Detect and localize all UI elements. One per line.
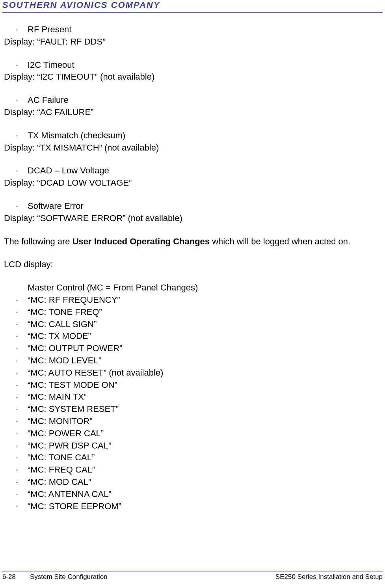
bullet-icon: · (16, 200, 18, 212)
mc-item: ·“MC: POWER CAL” (4, 428, 381, 440)
fault-name-text: Software Error (28, 201, 84, 211)
bullet-icon: · (16, 476, 18, 488)
mc-item-text: “MC: TX MODE” (28, 331, 91, 341)
intro-paragraph: The following are User Induced Operating… (4, 236, 381, 248)
page-header: SOUTHERN AVIONICS COMPANY (2, 0, 383, 13)
mc-item: ·“MC: RF FREQUENCY” (4, 294, 381, 306)
mc-item: ·“MC: OUTPUT POWER” (4, 342, 381, 355)
fault-name: ·TX Mismatch (checksum) (4, 130, 381, 142)
bullet-icon: · (16, 452, 18, 464)
intro-before: The following are (4, 236, 73, 246)
bullet-icon: · (16, 464, 18, 476)
mc-list: ·“MC: RF FREQUENCY”·“MC: TONE FREQ”·“MC:… (4, 294, 381, 512)
fault-block: ·I2C TimeoutDisplay: “I2C TIMEOUT” (not … (4, 59, 381, 84)
bullet-icon: · (16, 59, 18, 71)
mc-item: ·“MC: ANTENNA CAL” (4, 488, 381, 501)
fault-name-text: AC Failure (28, 95, 69, 105)
fault-block: ·RF PresentDisplay: “FAULT: RF DDS” (4, 24, 381, 48)
fault-display: Display: “I2C TIMEOUT” (not available) (4, 71, 381, 83)
fault-name: ·DCAD – Low Voltage (4, 165, 381, 177)
bullet-icon: · (16, 379, 18, 391)
bullet-icon: · (16, 501, 18, 513)
mc-item: ·“MC: MOD CAL” (4, 476, 381, 488)
mc-item: ·“MC: MONITOR” (4, 415, 381, 428)
mc-item-text: “MC: RF FREQUENCY” (28, 295, 120, 305)
section-title: System Site Configuration (30, 573, 108, 581)
fault-display: Display: “DCAD LOW VOLTAGE” (4, 177, 381, 189)
mc-item-text: “MC: MOD CAL” (28, 477, 91, 487)
fault-name: ·Software Error (4, 200, 381, 212)
bullet-icon: · (16, 367, 18, 379)
mc-item: ·“MC: MAIN TX” (4, 391, 381, 403)
mc-heading: Master Control (MC = Front Panel Changes… (4, 282, 381, 294)
fault-name: ·RF Present (4, 24, 381, 36)
bullet-icon: · (16, 440, 18, 452)
fault-block: ·AC FailureDisplay: “AC FAILURE” (4, 94, 381, 119)
mc-item-text: “MC: MOD LEVEL” (28, 355, 101, 365)
fault-name-text: RF Present (28, 24, 71, 34)
bullet-icon: · (16, 294, 18, 306)
bullet-icon: · (16, 130, 18, 142)
fault-name-text: I2C Timeout (28, 60, 74, 70)
mc-item: ·“MC: MOD LEVEL” (4, 355, 381, 367)
mc-item: ·“MC: TX MODE” (4, 330, 381, 342)
bullet-icon: · (16, 330, 18, 342)
fault-display: Display: “TX MISMATCH” (not available) (4, 142, 381, 154)
fault-block: ·Software ErrorDisplay: “SOFTWARE ERROR”… (4, 200, 381, 225)
mc-item-text: “MC: AUTO RESET” (not available) (28, 368, 163, 378)
fault-name-text: DCAD – Low Voltage (28, 166, 109, 175)
mc-item: ·“MC: AUTO RESET” (not available) (4, 367, 381, 379)
document-title: SE250 Series Installation and Setup (275, 573, 383, 581)
bullet-icon: · (16, 318, 18, 331)
bullet-icon: · (16, 428, 18, 440)
fault-block: ·DCAD – Low VoltageDisplay: “DCAD LOW VO… (4, 165, 381, 189)
mc-item: ·“MC: FREQ CAL” (4, 464, 381, 476)
fault-block: ·TX Mismatch (checksum)Display: “TX MISM… (4, 130, 381, 154)
bullet-icon: · (16, 403, 18, 415)
bullet-icon: · (16, 415, 18, 428)
page-footer: 6-28 System Site Configuration SE250 Ser… (2, 571, 383, 581)
bullet-icon: · (16, 24, 18, 36)
mc-item: ·“MC: STORE EEPROM” (4, 501, 381, 513)
mc-item-text: “MC: PWR DSP CAL” (28, 441, 111, 450)
mc-item: ·“MC: PWR DSP CAL” (4, 440, 381, 452)
page-number: 6-28 (2, 573, 16, 581)
mc-item: ·“MC: CALL SIGN” (4, 318, 381, 331)
mc-item: ·“MC: SYSTEM RESET” (4, 403, 381, 415)
mc-item-text: “MC: FREQ CAL” (28, 465, 95, 474)
footer-left: 6-28 System Site Configuration (2, 573, 108, 581)
bullet-icon: · (16, 488, 18, 501)
mc-item-text: “MC: ANTENNA CAL” (28, 489, 112, 499)
fault-name: ·I2C Timeout (4, 59, 381, 71)
bullet-icon: · (16, 94, 18, 106)
mc-item: ·“MC: TEST MODE ON” (4, 379, 381, 391)
mc-item-text: “MC: STORE EEPROM” (28, 501, 121, 511)
bullet-icon: · (16, 391, 18, 403)
bullet-icon: · (16, 306, 18, 318)
fault-display: Display: “FAULT: RF DDS” (4, 36, 381, 48)
intro-bold: User Induced Operating Changes (73, 236, 210, 246)
mc-item-text: “MC: POWER CAL” (28, 428, 104, 438)
fault-name-text: TX Mismatch (checksum) (28, 130, 125, 140)
mc-item: ·“MC: TONE FREQ” (4, 306, 381, 318)
mc-item-text: “MC: TONE CAL” (28, 452, 95, 462)
mc-item: ·“MC: TONE CAL” (4, 452, 381, 464)
mc-item-text: “MC: OUTPUT POWER” (28, 343, 122, 353)
fault-display: Display: “AC FAILURE” (4, 106, 381, 119)
mc-item-text: “MC: SYSTEM RESET” (28, 404, 119, 414)
bullet-icon: · (16, 355, 18, 367)
intro-after: which will be logged when acted on. (210, 236, 350, 246)
lcd-label: LCD display: (4, 259, 381, 271)
bullet-icon: · (16, 342, 18, 355)
company-name: SOUTHERN AVIONICS COMPANY (2, 0, 383, 13)
bullet-icon: · (16, 165, 18, 177)
page-content: ·RF PresentDisplay: “FAULT: RF DDS”·I2C … (4, 24, 381, 512)
mc-item-text: “MC: TONE FREQ” (28, 307, 102, 317)
mc-item-text: “MC: CALL SIGN” (28, 319, 97, 329)
fault-name: ·AC Failure (4, 94, 381, 106)
mc-item-text: “MC: MONITOR” (28, 416, 93, 426)
mc-item-text: “MC: TEST MODE ON” (28, 380, 117, 390)
mc-item-text: “MC: MAIN TX” (28, 392, 87, 402)
fault-display: Display: “SOFTWARE ERROR” (not available… (4, 212, 381, 225)
